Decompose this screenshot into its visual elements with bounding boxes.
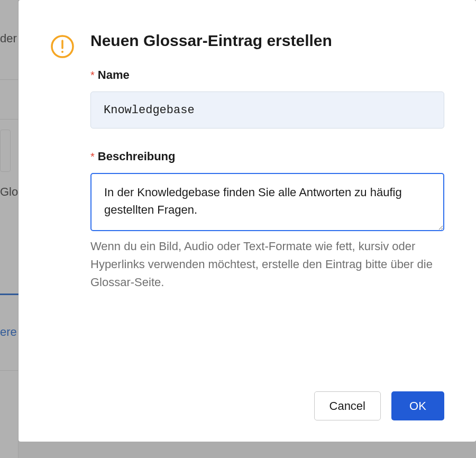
name-label: * Name [90,68,444,82]
modal-title: Neuen Glossar-Eintrag erstellen [90,32,444,50]
modal-body: Neuen Glossar-Eintrag erstellen * Name *… [90,32,444,420]
name-input[interactable] [90,91,444,129]
ok-button[interactable]: OK [391,391,444,420]
required-indicator: * [90,151,95,163]
name-label-text: Name [98,68,130,82]
modal-footer: Cancel OK [90,391,444,420]
warning-icon [50,34,75,59]
description-label: * Beschreibung [90,150,444,163]
required-indicator: * [90,69,95,81]
description-help-text: Wenn du ein Bild, Audio oder Text-Format… [90,237,444,291]
description-label-text: Beschreibung [98,150,176,163]
svg-point-2 [61,51,63,53]
glossary-entry-modal: Neuen Glossar-Eintrag erstellen * Name *… [19,0,476,442]
cancel-button[interactable]: Cancel [314,391,381,420]
description-textarea[interactable] [90,173,444,231]
